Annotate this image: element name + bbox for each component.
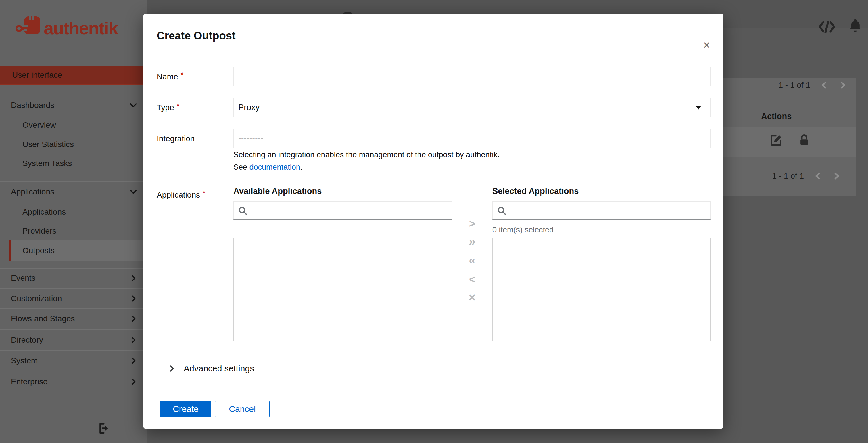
chevron-down-icon xyxy=(129,188,137,196)
chevron-right-icon xyxy=(130,336,137,344)
selected-search[interactable] xyxy=(492,201,711,220)
available-search-input[interactable] xyxy=(250,202,452,219)
chevron-right-icon xyxy=(130,357,137,364)
type-label: Type* xyxy=(157,103,179,112)
sidebar-group-enterprise[interactable]: Enterprise xyxy=(0,372,147,391)
type-select[interactable]: Proxy xyxy=(234,98,711,117)
required-asterisk: * xyxy=(203,189,205,197)
key-icon xyxy=(17,17,40,34)
lock-icon[interactable] xyxy=(798,134,810,147)
code-api-icon[interactable] xyxy=(818,21,835,34)
search-icon xyxy=(238,206,247,215)
tenant-label: User interface xyxy=(12,70,62,80)
caret-down-icon xyxy=(695,106,701,110)
modal-title: Create Outpost xyxy=(157,30,236,42)
integration-help-line2: See documentation. xyxy=(234,163,302,172)
authentik-logo: authentik xyxy=(15,13,138,41)
sidebar-item-applications[interactable]: Applications xyxy=(0,202,147,222)
integration-select[interactable]: --------- xyxy=(234,129,711,148)
required-asterisk: * xyxy=(177,102,179,110)
sidebar-group-customization[interactable]: Customization xyxy=(0,289,147,308)
actions-column-header: Actions xyxy=(761,112,792,121)
documentation-link[interactable]: documentation xyxy=(249,163,300,172)
chevron-right-icon xyxy=(130,295,137,302)
sidebar-group-label: Dashboards xyxy=(11,101,54,110)
selected-applications-title: Selected Applications xyxy=(492,186,579,196)
chevron-right-icon xyxy=(130,274,137,282)
close-icon[interactable]: × xyxy=(703,39,710,51)
pagination-range: 1 - 1 of 1 xyxy=(778,81,810,90)
sidebar: authentik User interface Dashboards Over… xyxy=(0,0,147,443)
advanced-settings-toggle[interactable]: Advanced settings xyxy=(168,364,254,374)
selected-count-status: 0 item(s) selected. xyxy=(492,226,556,234)
sidebar-item-user-statistics[interactable]: User Statistics xyxy=(0,135,147,154)
integration-select-value: --------- xyxy=(238,134,263,143)
sidebar-group-dashboards[interactable]: Dashboards xyxy=(0,95,147,115)
sidebar-group-directory[interactable]: Directory xyxy=(0,330,147,350)
selected-search-input[interactable] xyxy=(509,202,711,219)
pagination-range: 1 - 1 of 1 xyxy=(772,172,804,181)
sidebar-item-outposts-active[interactable]: Outposts xyxy=(9,240,147,261)
name-label: Name* xyxy=(157,72,183,81)
pagination-top: 1 - 1 of 1 xyxy=(778,81,847,90)
notifications-bell-icon[interactable] xyxy=(848,19,862,35)
chevron-right-icon xyxy=(130,315,137,322)
integration-help-text: Selecting an integration enables the man… xyxy=(234,150,499,159)
advanced-settings-label: Advanced settings xyxy=(184,364,254,374)
integration-label: Integration xyxy=(157,134,194,143)
chevron-right-icon xyxy=(130,378,137,385)
authentik-admin-page: authentik User interface Dashboards Over… xyxy=(0,0,868,443)
search-icon xyxy=(497,206,506,215)
name-input[interactable] xyxy=(234,67,711,86)
brand-wordmark: authentik xyxy=(44,18,118,38)
create-outpost-modal: Create Outpost × Name* Type* Proxy Integ… xyxy=(144,14,723,429)
create-button[interactable]: Create xyxy=(160,401,211,417)
type-select-value: Proxy xyxy=(238,103,259,112)
sidebar-group-applications[interactable]: Applications xyxy=(0,182,147,202)
available-applications-title: Available Applications xyxy=(234,186,321,196)
selected-applications-listbox[interactable] xyxy=(492,238,711,341)
sidebar-item-overview[interactable]: Overview xyxy=(0,115,147,135)
required-asterisk: * xyxy=(181,71,183,79)
sidebar-divider xyxy=(0,181,147,182)
pagination-bottom: 1 - 1 of 1 xyxy=(772,172,841,181)
sidebar-group-flows-and-stages[interactable]: Flows and Stages xyxy=(0,309,147,328)
tenant-selector[interactable]: User interface xyxy=(0,66,147,85)
sign-out-icon[interactable] xyxy=(98,422,110,434)
page-next-icon[interactable] xyxy=(832,172,841,180)
sidebar-group-system[interactable]: System xyxy=(0,351,147,371)
page-next-icon[interactable] xyxy=(838,81,847,89)
sidebar-divider xyxy=(0,371,147,372)
cancel-button[interactable]: Cancel xyxy=(215,401,270,417)
sidebar-group-label: Applications xyxy=(11,187,54,197)
chevron-right-icon xyxy=(168,365,176,372)
applications-label: Applications* xyxy=(157,190,205,200)
sidebar-item-providers[interactable]: Providers xyxy=(0,221,147,240)
edit-icon[interactable] xyxy=(770,134,783,147)
available-applications-listbox[interactable] xyxy=(234,238,452,341)
available-search[interactable] xyxy=(234,201,452,220)
page-previous-icon[interactable] xyxy=(820,81,829,89)
chevron-down-icon xyxy=(129,101,137,109)
sidebar-group-events[interactable]: Events xyxy=(0,268,147,288)
sidebar-divider xyxy=(0,350,147,351)
page-previous-icon[interactable] xyxy=(814,172,822,180)
sidebar-divider xyxy=(0,329,147,330)
sidebar-item-system-tasks[interactable]: System Tasks xyxy=(0,154,147,173)
sidebar-divider xyxy=(0,392,147,392)
